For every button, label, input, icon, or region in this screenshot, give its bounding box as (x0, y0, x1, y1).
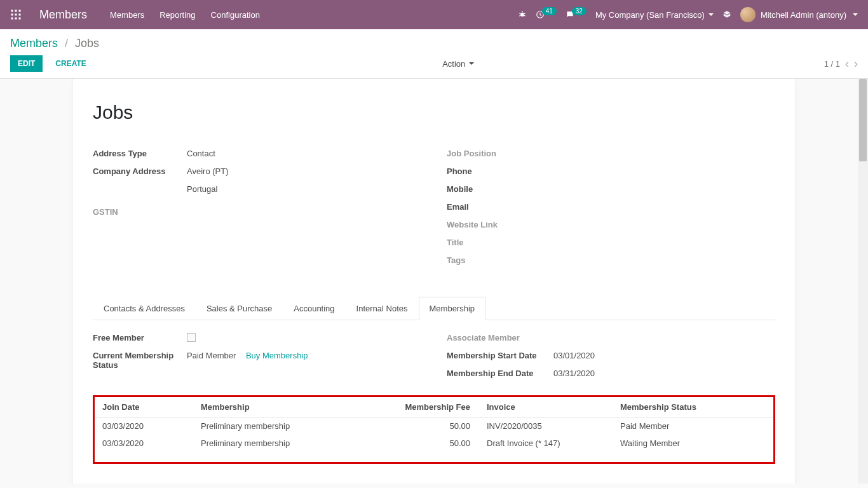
address-type-value: Contact (187, 149, 215, 163)
breadcrumb-current: Jobs (75, 37, 99, 50)
phone-label: Phone (447, 166, 541, 180)
svg-line-14 (524, 15, 526, 16)
breadcrumb-root[interactable]: Members (10, 37, 58, 50)
main-menu: Members Reporting Configuration (110, 10, 260, 20)
address-type-label: Address Type (93, 149, 187, 163)
status-value: Paid Member (187, 351, 236, 360)
right-column: Job Position Phone Mobile Email Website … (447, 149, 775, 273)
svg-point-9 (520, 13, 524, 17)
col-membership[interactable]: Membership (193, 398, 390, 417)
cell-membership: Preliminary membership (193, 417, 390, 435)
svg-line-11 (519, 13, 520, 14)
user-name: Mitchell Admin (antony) (761, 10, 846, 20)
assoc-member-label: Associate Member (447, 333, 553, 347)
table-row[interactable]: 03/03/2020Preliminary membership50.00Dra… (95, 435, 773, 452)
chevron-down-icon (469, 62, 474, 65)
control-panel: Members / Jobs EDIT CREATE Action 1 / 1 … (0, 29, 868, 79)
pager: 1 / 1 ‹ › (824, 57, 858, 71)
menu-configuration[interactable]: Configuration (211, 10, 260, 20)
controls-row: EDIT CREATE Action 1 / 1 ‹ › (10, 55, 858, 78)
col-fee[interactable]: Membership Fee (390, 398, 479, 417)
sheet-scroll[interactable]: Jobs Address Type Contact Company Addres… (0, 79, 868, 484)
mobile-label: Mobile (447, 184, 541, 198)
menu-reporting[interactable]: Reporting (159, 10, 195, 20)
buy-membership-button[interactable]: Buy Membership (246, 351, 308, 360)
svg-rect-8 (19, 18, 21, 20)
table-row[interactable]: 03/03/2020Preliminary membership50.00INV… (95, 417, 773, 435)
col-status[interactable]: Membership Status (613, 398, 773, 417)
tab-content-membership: Free Member Current Membership Status Pa… (93, 320, 775, 477)
end-date-value: 03/31/2020 (553, 369, 595, 383)
cell-invoice: Draft Invoice (* 147) (479, 435, 613, 452)
svg-rect-2 (19, 10, 21, 12)
company-name: My Company (San Francisco) (595, 10, 705, 20)
cell-join: 03/03/2020 (95, 435, 193, 452)
scrollbar-thumb[interactable] (859, 79, 867, 161)
cell-invoice: INV/2020/0035 (479, 417, 613, 435)
avatar (740, 7, 756, 22)
field-columns: Address Type Contact Company Address Ave… (93, 149, 775, 273)
membership-left: Free Member Current Membership Status Pa… (93, 333, 421, 386)
create-button[interactable]: CREATE (49, 55, 92, 72)
tab-notes[interactable]: Internal Notes (346, 297, 419, 320)
start-date-label: Membership Start Date (447, 351, 553, 365)
company-switcher[interactable]: My Company (San Francisco) (595, 10, 714, 20)
cell-join: 03/03/2020 (95, 417, 193, 435)
chevron-down-icon (709, 13, 714, 16)
form-sheet: Jobs Address Type Contact Company Addres… (72, 79, 796, 484)
activity-icon[interactable]: 41 (536, 10, 557, 19)
cell-status: Paid Member (613, 417, 773, 435)
breadcrumb: Members / Jobs (10, 34, 858, 55)
chevron-down-icon (853, 13, 858, 16)
cell-membership: Preliminary membership (193, 435, 390, 452)
free-member-checkbox[interactable] (187, 333, 196, 342)
svg-rect-7 (15, 18, 17, 20)
tab-membership[interactable]: Membership (419, 297, 486, 320)
discuss-icon[interactable]: 32 (566, 10, 587, 19)
tags-label: Tags (447, 255, 541, 269)
activity-badge: 41 (542, 7, 557, 15)
tab-sales[interactable]: Sales & Purchase (196, 297, 283, 320)
email-label: Email (447, 202, 541, 216)
tab-contacts[interactable]: Contacts & Addresses (93, 297, 196, 320)
app-brand[interactable]: Members (39, 8, 87, 22)
membership-table: Join Date Membership Membership Fee Invo… (95, 398, 773, 452)
col-invoice[interactable]: Invoice (479, 398, 613, 417)
pager-prev[interactable]: ‹ (845, 57, 849, 71)
pager-next[interactable]: › (854, 57, 858, 71)
action-dropdown[interactable]: Action (442, 59, 474, 69)
svg-rect-1 (15, 10, 17, 12)
edit-button[interactable]: EDIT (10, 55, 43, 72)
svg-line-12 (524, 13, 526, 14)
free-member-label: Free Member (93, 333, 187, 347)
membership-right: Associate Member Membership Start Date 0… (447, 333, 775, 386)
pager-text: 1 / 1 (824, 59, 840, 69)
svg-rect-5 (19, 14, 21, 16)
cell-status: Waiting Member (613, 435, 773, 452)
start-date-value: 03/01/2020 (553, 351, 595, 365)
svg-rect-0 (11, 10, 13, 12)
tab-accounting[interactable]: Accounting (283, 297, 345, 320)
svg-rect-6 (11, 18, 13, 20)
svg-line-13 (519, 15, 520, 16)
job-position-label: Job Position (447, 149, 541, 163)
status-label: Current Membership Status (93, 351, 187, 370)
company-address-label: Company Address (93, 166, 187, 180)
company-address-line2: Portugal (187, 184, 217, 198)
col-join[interactable]: Join Date (95, 398, 193, 417)
company-address-line1: Aveiro (PT) (187, 166, 229, 180)
breadcrumb-sep: / (65, 37, 68, 50)
page-title: Jobs (93, 102, 775, 123)
scrollbar[interactable] (858, 79, 868, 484)
apps-icon[interactable] (10, 9, 22, 20)
support-icon[interactable] (722, 10, 731, 19)
cell-fee: 50.00 (390, 417, 479, 435)
svg-rect-3 (11, 14, 13, 16)
menu-members[interactable]: Members (110, 10, 144, 20)
debug-icon[interactable] (518, 10, 527, 19)
tabs: Contacts & Addresses Sales & Purchase Ac… (93, 296, 775, 320)
user-menu[interactable]: Mitchell Admin (antony) (740, 7, 858, 22)
svg-rect-4 (15, 14, 17, 16)
website-label: Website Link (447, 220, 541, 234)
discuss-badge: 32 (572, 7, 587, 15)
